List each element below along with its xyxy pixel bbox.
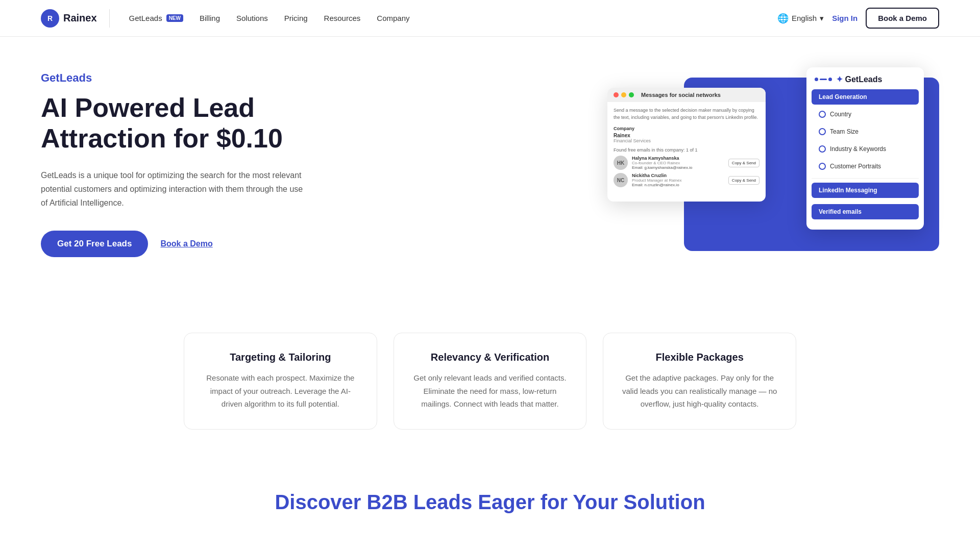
gl-circle-icon-4 [819, 163, 826, 170]
gl-dot-2 [828, 78, 832, 81]
nav-billing[interactable]: Billing [192, 10, 227, 27]
card-body: Send a message to the selected decision … [607, 102, 766, 195]
feature-desc-0: Resonate with each prospect. Maximize th… [201, 371, 360, 411]
gl-logo-icon [815, 78, 832, 81]
gl-separator [812, 178, 919, 179]
company-type: Financial Services [614, 138, 760, 143]
card-header: Messages for social networks [607, 88, 766, 102]
tl-red [614, 92, 619, 97]
feature-desc-1: Get only relevant leads and verified con… [410, 371, 570, 411]
getleads-badge: NEW [166, 14, 183, 22]
nav-solutions[interactable]: Solutions [229, 10, 275, 27]
employees-count: Found free emails in this company: 1 of … [614, 147, 760, 153]
feature-card-1: Relevancy & Verification Get only releva… [394, 333, 587, 430]
person-1-copy-send[interactable]: Copy & Send [728, 159, 760, 167]
feature-card-0: Targeting & Tailoring Resonate with each… [184, 333, 377, 430]
features-section: Targeting & Tailoring Resonate with each… [0, 302, 980, 460]
nav-links: GetLeads NEW Billing Solutions Pricing R… [122, 10, 417, 27]
gl-circle-icon-2 [819, 128, 826, 135]
gl-dot-line [820, 79, 827, 80]
traffic-lights [614, 92, 634, 97]
navbar-right: 🌐 English ▾ Sign In Book a Demo [777, 8, 939, 29]
hero-title: AI Powered Lead Attraction for $0.10 [41, 93, 347, 154]
gl-circle-icon [819, 111, 826, 118]
getleads-panel: ✦ GetLeads Lead Generation Country Team … [806, 67, 924, 230]
gl-country[interactable]: Country [812, 107, 919, 122]
feature-desc-2: Get the adaptive packages. Pay only for … [620, 371, 779, 411]
gl-team-size[interactable]: Team Size [812, 124, 919, 139]
nav-getleads[interactable]: GetLeads NEW [122, 10, 190, 27]
company-label: Company [614, 126, 760, 131]
discover-section: Discover B2B Leads Eager for Your Soluti… [0, 460, 980, 524]
nav-company[interactable]: Company [370, 10, 416, 27]
person-2-avatar: NC [614, 173, 628, 187]
language-selector[interactable]: 🌐 English ▾ [777, 13, 824, 24]
gl-linkedin-messaging[interactable]: LinkedIn Messaging [812, 183, 919, 198]
card-title: Messages for social networks [641, 92, 721, 98]
brand-name: Rainex [63, 12, 97, 24]
book-demo-hero-link[interactable]: Book a Demo [160, 239, 212, 248]
tl-green [629, 92, 634, 97]
person-2-email: Email: n.cruzlin@rainex.io [632, 183, 724, 187]
gl-dot-1 [815, 78, 818, 81]
person-2-copy-send[interactable]: Copy & Send [728, 176, 760, 185]
feature-title-1: Relevancy & Verification [410, 352, 570, 363]
navbar: R Rainex GetLeads NEW Billing Solutions … [0, 0, 980, 37]
feature-card-2: Flexible Packages Get the adaptive packa… [603, 333, 796, 430]
person-1-role: Co-founder & CEO Rainex [632, 161, 724, 165]
logo-icon: R [41, 9, 59, 28]
gl-header: ✦ GetLeads [806, 67, 924, 89]
gl-industry-keywords[interactable]: Industry & Keywords [812, 141, 919, 157]
person-1: HK Halyna Kamyshanska Co-founder & CEO R… [614, 156, 760, 170]
person-1-avatar: HK [614, 156, 628, 170]
card-description: Send a message to the selected decision … [614, 107, 760, 121]
features-grid: Targeting & Tailoring Resonate with each… [184, 333, 796, 430]
discover-title: Discover B2B Leads Eager for Your Soluti… [41, 491, 939, 514]
person-2: NC Nickitha Cruzlin Product Manager at R… [614, 173, 760, 187]
chevron-down-icon: ▾ [820, 14, 824, 23]
hero-section: GetLeads AI Powered Lead Attraction for … [0, 37, 980, 302]
person-2-role: Product Manager at Rainex [632, 178, 724, 183]
person-1-email: Email: g.kamyshanska@rainex.io [632, 165, 724, 170]
hero-left: GetLeads AI Powered Lead Attraction for … [41, 71, 347, 257]
company-name: Rainex [614, 133, 760, 138]
hero-actions: Get 20 Free Leads Book a Demo [41, 231, 347, 257]
person-2-name: Nickitha Cruzlin [632, 173, 724, 178]
gl-customer-portraits[interactable]: Customer Portraits [812, 159, 919, 174]
gl-lead-generation[interactable]: Lead Generation [812, 89, 919, 105]
person-2-info: Nickitha Cruzlin Product Manager at Rain… [632, 173, 724, 187]
gl-verified-emails[interactable]: Verified emails [812, 204, 919, 219]
gl-circle-icon-3 [819, 145, 826, 153]
nav-pricing[interactable]: Pricing [277, 10, 315, 27]
nav-resources[interactable]: Resources [317, 10, 368, 27]
globe-icon: 🌐 [777, 13, 789, 24]
social-messages-card: Messages for social networks Send a mess… [607, 88, 766, 202]
hero-description: GetLeads is a unique tool for optimizing… [41, 168, 306, 210]
gl-brand-name: ✦ GetLeads [836, 74, 882, 84]
person-1-info: Halyna Kamyshanska Co-founder & CEO Rain… [632, 156, 724, 170]
gl-brand-blue: ✦ [836, 75, 845, 84]
hero-right: Messages for social networks Send a mess… [607, 67, 939, 261]
navbar-left: R Rainex GetLeads NEW Billing Solutions … [41, 9, 417, 28]
hero-tag: GetLeads [41, 71, 347, 85]
tl-yellow [621, 92, 626, 97]
get-leads-button[interactable]: Get 20 Free Leads [41, 231, 148, 257]
logo-area[interactable]: R Rainex [41, 9, 110, 28]
book-demo-button[interactable]: Book a Demo [866, 8, 939, 29]
signin-link[interactable]: Sign In [832, 14, 857, 22]
feature-title-2: Flexible Packages [620, 352, 779, 363]
feature-title-0: Targeting & Tailoring [201, 352, 360, 363]
person-1-name: Halyna Kamyshanska [632, 156, 724, 161]
